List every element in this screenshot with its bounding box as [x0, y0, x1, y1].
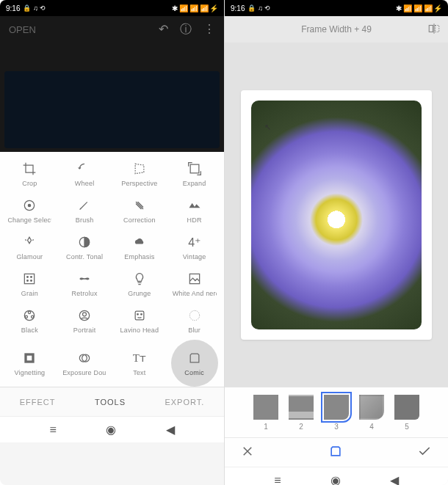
svg-rect-16	[135, 311, 144, 320]
contrast-icon	[76, 234, 93, 250]
cursor-icon: ↖	[264, 123, 271, 132]
svg-point-5	[27, 277, 29, 278]
text-icon: Tᴛ	[131, 350, 148, 366]
tool-portrait[interactable]: Portrait	[58, 303, 112, 338]
frame-option-4[interactable]: 4	[359, 395, 384, 431]
tool-comic[interactable]: Comic	[171, 340, 218, 387]
status-bar-right: 9:16 🔒 ♫ ⟲ ✱ 📶 📶 📶 ⚡	[225, 0, 448, 16]
tool-exposure[interactable]: Exposure Double Room	[58, 340, 112, 387]
nav-back-icon[interactable]: ◀	[166, 423, 175, 437]
frame-thumb-2	[289, 395, 314, 420]
status-icons-right: 🔒 ♫ ⟲	[248, 4, 270, 12]
vignette-icon	[21, 350, 37, 366]
action-bar	[225, 437, 448, 467]
dimmed-image	[4, 71, 220, 148]
double-exposure-icon	[76, 350, 93, 366]
tool-whiteblack[interactable]: White And nero	[167, 266, 221, 302]
tool-crop[interactable]: Crop	[3, 156, 57, 192]
status-indicators: ✱ 📶 📶 📶 ⚡	[172, 4, 218, 12]
tool-emphasis[interactable]: Emphasis	[113, 230, 167, 265]
svg-rect-9	[189, 274, 199, 283]
frame-width-header: Frame Width + 49	[225, 16, 448, 43]
vintage-icon: 4⁺	[187, 234, 203, 250]
selective-icon	[21, 197, 37, 214]
blur-icon	[187, 307, 203, 324]
tool-glamour[interactable]: Glamour	[3, 230, 57, 265]
more-icon[interactable]: ⋮	[203, 22, 215, 37]
hdr-icon	[187, 197, 203, 214]
tool-black[interactable]: Black	[3, 303, 57, 338]
tool-text[interactable]: Tᴛ Text	[113, 340, 167, 387]
nav-menu-icon[interactable]: ≡	[49, 423, 56, 437]
flip-icon[interactable]	[427, 22, 441, 37]
tool-perspective[interactable]: Perspective	[113, 156, 167, 192]
tab-tools[interactable]: TOOLS	[95, 398, 126, 406]
glamour-icon	[21, 234, 37, 250]
svg-point-2	[29, 204, 31, 206]
svg-rect-25	[436, 25, 439, 32]
undo-icon[interactable]: ↶	[159, 22, 168, 37]
photo-frame: ↖	[241, 90, 432, 340]
tool-tonal[interactable]: Contr. Tonal	[58, 230, 112, 265]
status-indicators-right: ✱ 📶 📶 📶 ⚡	[396, 4, 442, 12]
tool-vintage[interactable]: 4⁺ Vintage	[167, 230, 221, 265]
nav-home-icon[interactable]: ◉	[106, 423, 116, 437]
nav-menu-icon-right[interactable]: ≡	[274, 474, 281, 486]
frame-option-1[interactable]: 1	[253, 395, 278, 431]
svg-point-15	[83, 313, 87, 316]
tool-brush[interactable]: Brush	[58, 193, 112, 228]
svg-rect-0	[190, 164, 199, 173]
canvas-area[interactable]: ↖	[225, 43, 448, 387]
flower-photo: ↖	[251, 101, 422, 329]
svg-point-18	[141, 314, 142, 316]
status-time: 9:16	[6, 4, 20, 12]
tab-export[interactable]: EXPORT.	[165, 398, 204, 406]
lightbulb-icon	[131, 271, 148, 287]
tool-correction[interactable]: Correction	[113, 193, 167, 228]
tool-wheel[interactable]: Wheel	[58, 156, 112, 192]
svg-point-11	[29, 311, 31, 313]
film-icon	[21, 307, 37, 324]
tool-hdr[interactable]: HDR	[167, 193, 221, 228]
frame-option-2[interactable]: 2	[289, 395, 314, 431]
face-icon	[131, 307, 148, 324]
frame-thumb-4	[359, 395, 384, 420]
status-bar-left: 9:16 🔒 ♫ ⟲ ✱ 📶 📶 📶 ⚡	[0, 0, 224, 16]
confirm-button[interactable]	[417, 444, 432, 462]
svg-rect-24	[429, 25, 433, 32]
tool-vignetting[interactable]: Vignetting	[3, 340, 57, 387]
cloud-icon	[131, 234, 148, 250]
image-icon	[187, 271, 203, 287]
svg-point-6	[31, 277, 32, 278]
frame-option-3[interactable]: 3	[324, 395, 349, 431]
perspective-icon	[131, 161, 148, 177]
info-icon[interactable]: ⓘ	[180, 22, 192, 37]
person-icon	[76, 307, 93, 324]
svg-point-17	[137, 314, 139, 316]
open-label: OPEN	[9, 24, 36, 35]
expand-icon	[187, 161, 203, 177]
svg-rect-4	[25, 274, 35, 283]
frame-mode-icon[interactable]	[328, 444, 343, 462]
nav-bar-left: ≡ ◉ ◀	[0, 416, 224, 442]
frame-option-5[interactable]: 5	[394, 395, 419, 431]
tool-grain[interactable]: Grain	[3, 266, 57, 302]
tool-selective[interactable]: Change Selective	[3, 193, 57, 228]
mustache-icon	[76, 271, 93, 287]
svg-point-19	[189, 310, 199, 320]
tab-effect[interactable]: EFFECT	[20, 398, 56, 406]
tool-head[interactable]: Lavino Head	[113, 303, 167, 338]
svg-point-13	[32, 316, 34, 318]
tool-expand[interactable]: Expand	[167, 156, 221, 192]
tool-retrolux[interactable]: Retrolux	[58, 266, 112, 302]
crop-icon	[21, 161, 37, 177]
nav-home-icon-right[interactable]: ◉	[330, 473, 341, 485]
image-preview-dimmed: OPEN ↶ ⓘ ⋮	[0, 16, 224, 152]
tool-blur[interactable]: Blur	[167, 303, 221, 338]
frame-selector-strip: 1 2 3 4 5	[225, 387, 448, 437]
cancel-button[interactable]	[241, 445, 254, 461]
brush-icon	[76, 197, 93, 214]
wheel-icon	[76, 161, 93, 177]
tool-grunge[interactable]: Grunge	[113, 266, 167, 302]
nav-back-icon-right[interactable]: ◀	[390, 473, 399, 485]
